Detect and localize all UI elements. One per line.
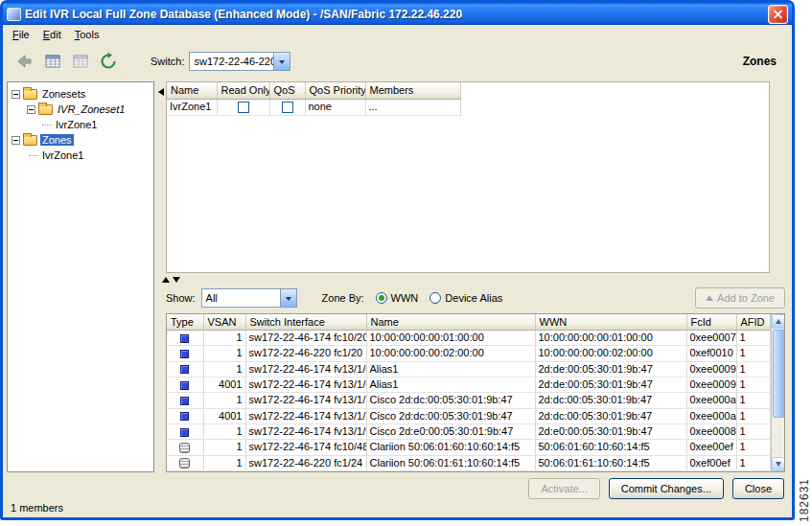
zone-column-header-members[interactable]: Members	[365, 82, 460, 99]
type-cell	[167, 361, 203, 377]
wwn-cell: 50:06:01:61:10:60:14:f5	[535, 455, 686, 470]
scrollbar-thumb[interactable]	[773, 330, 785, 418]
switch-dropdown[interactable]: sw172-22-46-220	[189, 52, 290, 71]
name-cell: Clariion 50:06:01:60:10:60:14:f5	[366, 440, 535, 455]
delete-row-button[interactable]	[68, 49, 93, 74]
tree-item-ivr-zoneset1[interactable]: IVR_Zoneset1	[8, 102, 153, 117]
splitter-down-arrow-icon[interactable]	[173, 277, 180, 283]
collapse-toggle-icon[interactable]	[12, 136, 20, 145]
zone-qospriority-cell[interactable]: none	[305, 99, 365, 115]
switch-interface-cell: sw172-22-46-174 fv13/1/6	[245, 377, 366, 392]
scroll-down-button[interactable]	[772, 457, 786, 471]
tree-item-zonesets[interactable]: Zonesets	[8, 86, 153, 102]
member-row[interactable]: 4001 sw172-22-46-174 fv13/1/6 Alias1 2d:…	[167, 377, 770, 392]
zone-name-cell: IvrZone1	[167, 99, 217, 115]
commit-changes-button[interactable]: Commit Changes...	[609, 478, 724, 499]
radio-wwn[interactable]	[376, 292, 387, 304]
panel-splitter[interactable]	[162, 277, 180, 283]
column-header-fcid[interactable]: FcId	[686, 314, 736, 330]
menu-tools[interactable]: Tools	[68, 27, 106, 42]
name-cell: Alias1	[366, 361, 535, 377]
vsan-cell: 1	[203, 423, 245, 439]
insert-row-button[interactable]	[40, 49, 65, 74]
figure-number: 182631	[798, 478, 811, 522]
zone-row[interactable]: IvrZone1 none ...	[167, 99, 460, 115]
window-titlebar[interactable]: Edit IVR Local Full Zone Database (Enhan…	[3, 3, 792, 25]
member-row[interactable]: 1 sw172-22-46-174 fv13/1/7 Cisco 2d:dc:0…	[167, 393, 770, 408]
fcid-cell: 0xee000a	[686, 408, 736, 423]
storage-icon	[179, 443, 190, 453]
close-window-button[interactable]	[768, 5, 788, 24]
tree-item-zones[interactable]: Zones	[8, 132, 153, 148]
filter-bar: Show: All Zone By: WWN Device Alias Add …	[166, 286, 785, 310]
member-row[interactable]: 4001 sw172-22-46-174 fv13/1/7 Cisco 2d:d…	[167, 408, 770, 423]
close-button[interactable]: Close	[732, 478, 784, 499]
column-header-type[interactable]: Type	[167, 314, 203, 330]
footer-button-row: Activate... Commit Changes... Close	[3, 477, 784, 500]
afid-cell: 1	[736, 455, 770, 470]
host-icon	[180, 334, 189, 343]
afid-cell: 1	[736, 346, 770, 361]
qos-checkbox[interactable]	[282, 102, 293, 113]
column-header-switch-interface[interactable]: Switch Interface	[245, 314, 366, 330]
name-cell: Alias1	[366, 377, 535, 392]
zone-column-header-name[interactable]: Name	[167, 82, 217, 99]
fcid-cell: 0xee000a	[686, 393, 736, 408]
add-to-zone-label: Add to Zone	[717, 292, 775, 304]
read-only-checkbox[interactable]	[238, 102, 249, 113]
column-header-name[interactable]: Name	[366, 314, 535, 330]
zone-members-cell[interactable]: ...	[365, 99, 460, 115]
member-row[interactable]: 1 sw172-22-46-174 fv13/1/6 Alias1 2d:de:…	[167, 361, 770, 377]
type-cell	[167, 455, 203, 470]
member-row[interactable]: 1 sw172-22-46-174 fc10/48 Clariion 50:06…	[167, 440, 770, 455]
collapse-panel-arrow-icon[interactable]	[158, 88, 164, 96]
zone-column-header-qospriority[interactable]: QoS Priority	[305, 82, 365, 99]
vsan-cell: 1	[203, 361, 245, 377]
switch-interface-cell: sw172-22-46-174 fv13/1/7	[245, 408, 366, 423]
host-icon	[180, 428, 189, 437]
member-row[interactable]: 1 sw172-22-46-220 fc1/24 Clariion 50:06:…	[167, 455, 770, 470]
collapse-toggle-icon[interactable]	[27, 105, 35, 114]
type-cell	[167, 377, 203, 392]
column-header-afid[interactable]: AFID	[736, 314, 770, 330]
zone-column-header-qos[interactable]: QoS	[269, 82, 305, 99]
member-row[interactable]: 1 sw172-22-46-220 fc1/20 10:00:00:00:00:…	[167, 346, 770, 361]
vsan-cell: 1	[203, 346, 245, 361]
refresh-icon	[99, 52, 118, 71]
host-icon	[180, 365, 189, 374]
tree-item-zones-ivrzone1[interactable]: IvrZone1	[8, 148, 153, 163]
member-row[interactable]: 1 sw172-22-46-174 fv13/1/9 Cisco 2d:e0:0…	[167, 423, 770, 439]
menu-edit[interactable]: Edit	[36, 27, 68, 42]
afid-cell: 1	[736, 377, 770, 392]
refresh-button[interactable]	[96, 49, 121, 74]
column-header-wwn[interactable]: WWN	[535, 314, 686, 330]
activate-button[interactable]: Activate...	[528, 478, 599, 499]
scroll-up-button[interactable]	[772, 314, 786, 329]
zones-heading: Zones	[743, 55, 777, 68]
column-header-vsan[interactable]: VSAN	[203, 314, 245, 330]
add-to-zone-button[interactable]: Add to Zone	[695, 287, 785, 309]
dialog-window: Edit IVR Local Full Zone Database (Enhan…	[0, 0, 795, 520]
name-cell: 10:00:00:00:00:01:00:00	[366, 330, 535, 345]
tree-item-ivrzone1[interactable]: IvrZone1	[8, 117, 153, 132]
vertical-scrollbar[interactable]	[771, 314, 786, 471]
navigate-back-button[interactable]	[12, 49, 37, 74]
afid-cell: 1	[736, 393, 770, 408]
zone-column-header-readonly[interactable]: Read Only	[217, 82, 269, 99]
collapse-toggle-icon[interactable]	[12, 90, 20, 99]
vsan-cell: 1	[203, 330, 245, 345]
show-label: Show:	[166, 292, 196, 304]
radio-device-alias[interactable]	[429, 292, 441, 304]
switch-interface-cell: sw172-22-46-174 fv13/1/6	[245, 361, 366, 377]
host-icon	[180, 350, 189, 358]
show-dropdown[interactable]: All	[201, 288, 297, 308]
type-cell	[167, 408, 203, 423]
zone-table-viewport: Name Read Only QoS QoS Priority Members …	[166, 81, 770, 273]
menu-file[interactable]: File	[6, 27, 36, 42]
splitter-up-arrow-icon[interactable]	[162, 277, 170, 283]
member-row[interactable]: 1 sw172-22-46-174 fc10/20 10:00:00:00:00…	[167, 330, 770, 345]
tree-item-label: Zonesets	[40, 88, 87, 100]
scrollbar-track[interactable]	[772, 329, 786, 457]
members-table-container: Type VSAN Switch Interface Name WWN FcId…	[166, 313, 785, 472]
wwn-cell: 2d:de:00:05:30:01:9b:47	[535, 377, 686, 392]
